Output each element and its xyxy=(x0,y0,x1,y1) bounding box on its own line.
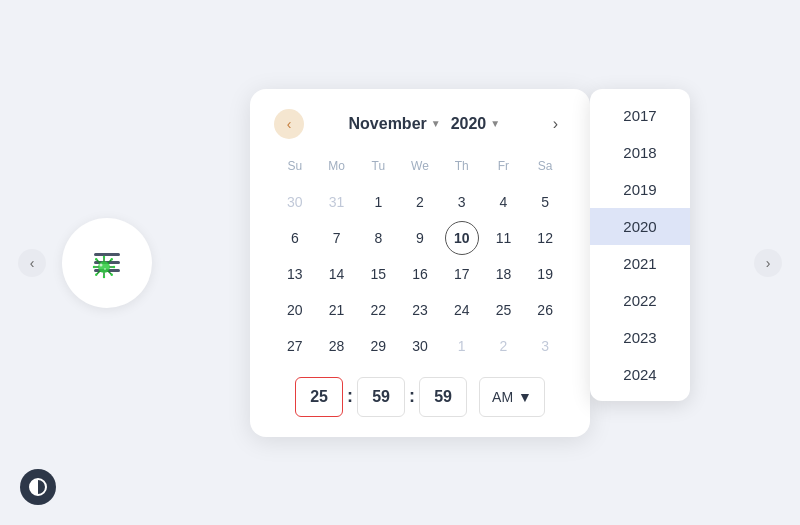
next-month-button[interactable]: › xyxy=(545,111,566,137)
main-container: ‹ xyxy=(0,0,800,525)
cal-cell-29-w4[interactable]: 29 xyxy=(361,329,395,363)
year-option-2022[interactable]: 2022 xyxy=(590,282,690,319)
cal-cell-22-w3[interactable]: 22 xyxy=(361,293,395,327)
ampm-button[interactable]: AM ▼ xyxy=(479,377,545,417)
svg-line-7 xyxy=(108,260,111,263)
cal-cell-inactive-1-w4: 1 xyxy=(445,329,479,363)
svg-line-8 xyxy=(97,271,100,274)
hours-input[interactable] xyxy=(295,377,343,417)
year-selector-button[interactable]: 2020 ▼ xyxy=(451,115,501,133)
seconds-input[interactable] xyxy=(419,377,467,417)
cal-cell-17-w2[interactable]: 17 xyxy=(445,257,479,291)
day-header-tu: Tu xyxy=(357,155,399,177)
day-header-su: Su xyxy=(274,155,316,177)
cal-cell-10-w1[interactable]: 10 xyxy=(445,221,479,255)
prev-month-button[interactable]: ‹ xyxy=(274,109,304,139)
cal-cell-19-w2[interactable]: 19 xyxy=(528,257,562,291)
cal-cell-24-w3[interactable]: 24 xyxy=(445,293,479,327)
calendar-panel: ‹ November ▼ 2020 ▼ › SuMoTuWeThFrSa 303… xyxy=(250,89,590,437)
right-nav-arrow[interactable]: › xyxy=(754,249,782,277)
ampm-arrow: ▼ xyxy=(518,389,532,405)
svg-point-11 xyxy=(93,266,95,268)
cal-cell-11-w1[interactable]: 11 xyxy=(486,221,520,255)
day-headers: SuMoTuWeThFrSa xyxy=(274,155,566,177)
next-month-icon: › xyxy=(553,115,558,132)
left-nav-icon: ‹ xyxy=(30,255,35,271)
cal-cell-23-w3[interactable]: 23 xyxy=(403,293,437,327)
month-selector-button[interactable]: November ▼ xyxy=(349,115,441,133)
cal-cell-25-w3[interactable]: 25 xyxy=(486,293,520,327)
month-label: November xyxy=(349,115,427,133)
left-nav-arrow[interactable]: ‹ xyxy=(18,249,46,277)
cal-cell-inactive-30-w0: 30 xyxy=(278,185,312,219)
cal-cell-30-w4[interactable]: 30 xyxy=(403,329,437,363)
minutes-input[interactable] xyxy=(357,377,405,417)
year-option-2020[interactable]: 2020 xyxy=(590,208,690,245)
svg-point-10 xyxy=(103,276,105,278)
cal-cell-15-w2[interactable]: 15 xyxy=(361,257,395,291)
colon-1: : xyxy=(343,386,357,407)
theme-toggle-button[interactable] xyxy=(20,469,56,505)
month-dropdown-arrow: ▼ xyxy=(431,118,441,129)
calendar-grid: 3031123456789101112131415161718192021222… xyxy=(274,185,566,363)
year-label: 2020 xyxy=(451,115,487,133)
cal-cell-12-w1[interactable]: 12 xyxy=(528,221,562,255)
cal-cell-28-w4[interactable]: 28 xyxy=(320,329,354,363)
cal-cell-27-w4[interactable]: 27 xyxy=(278,329,312,363)
svg-line-5 xyxy=(97,260,100,263)
cal-cell-9-w1[interactable]: 9 xyxy=(403,221,437,255)
cal-cell-14-w2[interactable]: 14 xyxy=(320,257,354,291)
svg-point-18 xyxy=(104,268,106,270)
svg-line-6 xyxy=(108,271,111,274)
calendar-header: ‹ November ▼ 2020 ▼ › xyxy=(274,109,566,139)
cal-cell-8-w1[interactable]: 8 xyxy=(361,221,395,255)
day-header-sa: Sa xyxy=(524,155,566,177)
cal-cell-20-w3[interactable]: 20 xyxy=(278,293,312,327)
cal-cell-5-w0[interactable]: 5 xyxy=(528,185,562,219)
cal-cell-inactive-3-w4: 3 xyxy=(528,329,562,363)
cal-cell-2-w0[interactable]: 2 xyxy=(403,185,437,219)
cal-cell-16-w2[interactable]: 16 xyxy=(403,257,437,291)
cal-cell-1-w0[interactable]: 1 xyxy=(361,185,395,219)
year-dropdown: 20172018201920202021202220232024 xyxy=(590,89,690,401)
cal-cell-21-w3[interactable]: 21 xyxy=(320,293,354,327)
year-option-2017[interactable]: 2017 xyxy=(590,97,690,134)
cal-cell-4-w0[interactable]: 4 xyxy=(486,185,520,219)
cal-cell-3-w0[interactable]: 3 xyxy=(445,185,479,219)
year-option-2021[interactable]: 2021 xyxy=(590,245,690,282)
year-option-2023[interactable]: 2023 xyxy=(590,319,690,356)
day-header-th: Th xyxy=(441,155,483,177)
cal-cell-inactive-2-w4: 2 xyxy=(486,329,520,363)
svg-point-15 xyxy=(111,258,113,260)
day-header-fr: Fr xyxy=(483,155,525,177)
menu-icon-circle xyxy=(62,218,152,308)
virus-icon xyxy=(92,255,116,279)
right-nav-icon: › xyxy=(766,255,771,271)
colon-2: : xyxy=(405,386,419,407)
cal-cell-26-w3[interactable]: 26 xyxy=(528,293,562,327)
ampm-label: AM xyxy=(492,389,513,405)
month-year-selector: November ▼ 2020 ▼ xyxy=(349,115,501,133)
theme-toggle-icon xyxy=(29,478,47,496)
hamburger-icon xyxy=(94,253,120,272)
day-header-we: We xyxy=(399,155,441,177)
prev-month-icon: ‹ xyxy=(287,116,292,132)
day-header-mo: Mo xyxy=(316,155,358,177)
cal-cell-7-w1[interactable]: 7 xyxy=(320,221,354,255)
svg-point-14 xyxy=(111,274,113,276)
cal-cell-inactive-31-w0: 31 xyxy=(320,185,354,219)
year-dropdown-arrow: ▼ xyxy=(490,118,500,129)
svg-point-17 xyxy=(100,264,103,267)
time-picker: : : AM ▼ xyxy=(274,377,566,417)
svg-point-16 xyxy=(95,274,97,276)
svg-point-9 xyxy=(103,256,105,258)
year-option-2018[interactable]: 2018 xyxy=(590,134,690,171)
year-option-2019[interactable]: 2019 xyxy=(590,171,690,208)
svg-point-12 xyxy=(113,266,115,268)
svg-point-13 xyxy=(95,258,97,260)
cal-cell-18-w2[interactable]: 18 xyxy=(486,257,520,291)
cal-cell-6-w1[interactable]: 6 xyxy=(278,221,312,255)
cal-cell-13-w2[interactable]: 13 xyxy=(278,257,312,291)
year-option-2024[interactable]: 2024 xyxy=(590,356,690,393)
